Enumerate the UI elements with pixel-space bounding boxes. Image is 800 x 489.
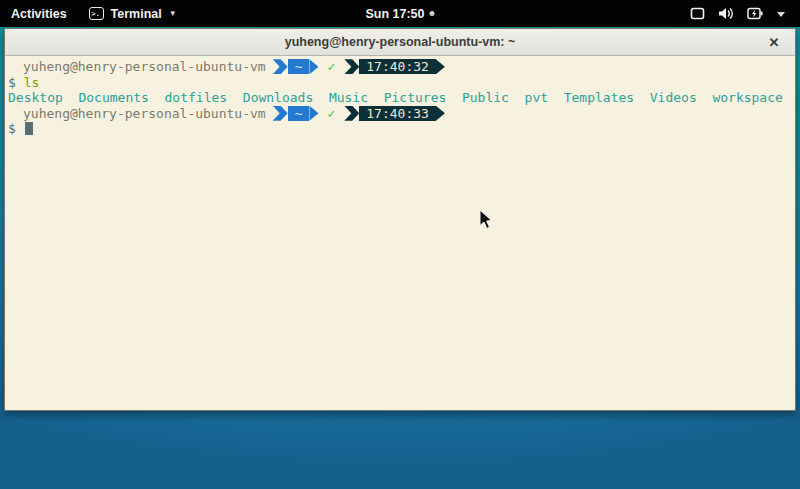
text-cursor [25,122,33,135]
prompt-path: ~ [288,106,310,121]
terminal-window: yuheng@henry-personal-ubuntu-vm: ~ ✕ yuh… [4,28,796,411]
powerline-chevron-icon [344,106,359,121]
clock-button[interactable]: Sun 17:50 [365,0,434,27]
app-menu-label: Terminal [111,7,162,21]
prompt-user: yuheng@henry-personal-ubuntu-vm [8,106,266,122]
chevron-down-icon [776,10,786,18]
powerline-tip-icon [309,106,318,121]
powerline-tip-icon [436,59,445,74]
powerline-chevron-icon [344,59,359,74]
prompt-symbol: $ [8,75,16,90]
prompt-path: ~ [288,59,310,74]
chevron-down-icon: ▼ [169,9,177,18]
window-titlebar[interactable]: yuheng@henry-personal-ubuntu-vm: ~ ✕ [5,29,795,56]
powerline-tip-icon [436,106,445,121]
command-line: $ ls [8,75,792,91]
command-text: ls [24,75,40,90]
prompt-line: yuheng@henry-personal-ubuntu-vm ~ ✓ 17:4… [8,59,792,75]
prompt-time: 17:40:32 [359,59,436,74]
close-button[interactable]: ✕ [763,29,785,56]
powerline-tip-icon [309,59,318,74]
notification-dot-icon [430,11,435,16]
prompt-user: yuheng@henry-personal-ubuntu-vm [8,59,266,75]
powerline-path-segment: ~ [273,106,319,121]
terminal-body[interactable]: yuheng@henry-personal-ubuntu-vm ~ ✓ 17:4… [5,56,795,410]
prompt-time: 17:40:33 [359,106,436,121]
powerline-chevron-icon [273,106,288,121]
terminal-icon: >. [89,7,104,20]
ls-output-line: Desktop Documents dotfiles Downloads Mus… [8,90,792,106]
system-status-area[interactable] [680,0,796,27]
activities-label: Activities [11,7,67,21]
display-icon [690,7,705,20]
powerline-path-segment: ~ [273,59,319,74]
battery-charging-icon [747,7,763,20]
status-check-icon: ✓ [327,59,335,75]
clock-label: Sun 17:50 [365,7,424,21]
powerline-chevron-icon [273,59,288,74]
app-menu-terminal[interactable]: >. Terminal ▼ [78,0,188,27]
input-line: $ [8,121,792,137]
top-bar: Activities >. Terminal ▼ Sun 17:50 [0,0,800,27]
window-title: yuheng@henry-personal-ubuntu-vm: ~ [285,35,516,49]
powerline-time-segment: 17:40:32 [344,59,445,74]
powerline-time-segment: 17:40:33 [344,106,445,121]
prompt-symbol: $ [8,121,16,136]
activities-button[interactable]: Activities [0,0,78,27]
volume-icon [718,7,734,20]
prompt-line: yuheng@henry-personal-ubuntu-vm ~ ✓ 17:4… [8,106,792,122]
status-check-icon: ✓ [327,106,335,122]
